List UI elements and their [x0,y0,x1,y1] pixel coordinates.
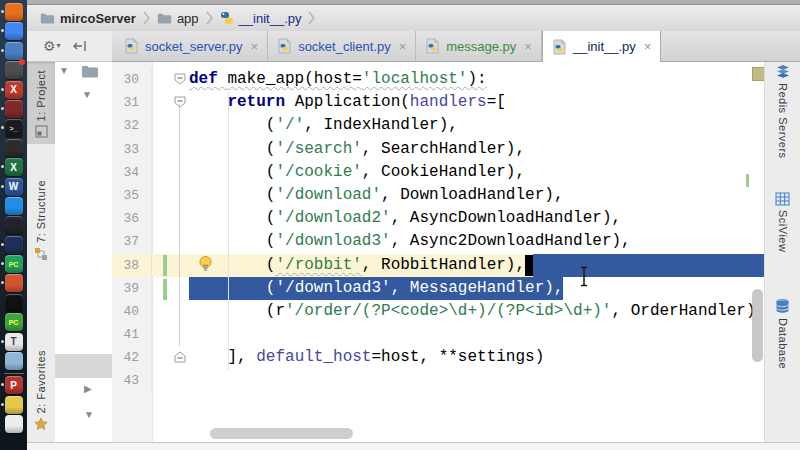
code-line-43[interactable]: 43 [112,369,765,392]
code-text[interactable]: ('/download', DownloadHandler), [189,184,765,207]
project-panel[interactable]: ▼ ▼ ▶ ▼ [55,62,113,443]
chevron-right-icon [308,11,315,25]
dock-icon-red-x-app[interactable]: X [5,81,23,99]
code-editor[interactable]: 30def make_app(host='localhost'):31 retu… [112,62,765,443]
dock-icon-terminal[interactable]: >_ [5,119,23,137]
breadcrumb-item[interactable]: __init__.py [217,11,305,26]
project-panel-scrollbar[interactable] [55,354,112,378]
fold-marker[interactable] [174,351,186,363]
dock-icon-dictionary[interactable] [5,42,23,60]
tab-__init__-py[interactable]: __init__.py× [542,31,661,62]
hide-panel-icon[interactable] [73,40,87,52]
code-line-41[interactable]: 41 [112,323,765,346]
stripe-button-database[interactable]: Database [765,298,800,369]
code-line-35[interactable]: 35 ('/download', DownloadHandler), [112,184,765,207]
stripe-button-project[interactable]: 1: Project [27,62,55,144]
tab-socket_client-py[interactable]: socket_client.py× [268,31,416,61]
dock-icon-eye-app[interactable] [5,216,23,234]
code-text[interactable]: def make_app(host='localhost'): [189,68,765,91]
dock-icon-blue-swirl-app[interactable] [5,236,23,254]
dock-icon-pycharm[interactable]: PC [5,255,23,273]
code-text[interactable]: (r'/order/(?P<code>\d+)/(?P<id>\d+)', Or… [189,300,765,323]
selected-text: ('/download3', MessageHandler), [189,277,563,300]
line-number: 39 [112,277,152,300]
code-line-30[interactable]: 30def make_app(host='localhost'): [112,68,765,91]
error-stripe-mark[interactable] [746,174,749,187]
tab-label: socket_server.py [145,39,243,54]
dock-icon-settings-badged[interactable] [5,61,23,79]
dock-icon-keynote[interactable] [5,197,23,215]
code-line-31[interactable]: 31 return Application(handlers=[ [112,91,765,114]
dock-icon-textedit[interactable]: T [5,333,23,351]
tree-expand-icon[interactable]: ▼ [59,66,69,76]
stripe-button-sciview[interactable]: SciView [765,192,800,252]
close-tab-icon[interactable]: × [399,39,407,54]
code-line-40[interactable]: 40 (r'/order/(?P<code>\d+)/(?P<id>\d+)',… [112,300,765,323]
tree-expand-icon[interactable]: ▼ [82,90,92,100]
dock-icon-qq[interactable] [5,294,23,312]
code-segment: , DownloadHandler), [381,184,563,207]
tree-expand-icon[interactable]: ▼ [84,410,94,420]
dock-icon-stamp-app[interactable] [5,139,23,157]
database-icon [775,298,790,314]
tab-socket_server-py[interactable]: socket_server.py× [115,31,268,61]
code-line-34[interactable]: 34 ('/cookie', CookieHandler), [112,161,765,184]
breadcrumb-chevron [143,11,150,25]
editor-tab-bar: socket_server.py×socket_client.py×messag… [112,31,800,62]
code-text[interactable]: return Application(handlers=[ [189,91,765,114]
dock-icon-pdf-app[interactable]: P [5,376,23,394]
gear-icon[interactable]: ⚙▾ [43,39,61,53]
code-line-42[interactable]: 42 ], default_host=host, **settings) [112,346,765,369]
tree-collapse-icon[interactable]: ▶ [84,384,92,394]
breadcrumb-item[interactable]: mircoServer [37,11,139,26]
dock-icon-firefox[interactable] [5,3,23,21]
code-text[interactable] [189,323,765,346]
code-line-32[interactable]: 32 ('/', IndexHandler), [112,114,765,137]
code-line-39[interactable]: 39 ('/download3', MessageHandler), [112,277,765,300]
fold-marker[interactable] [174,96,186,108]
code-text[interactable]: ('/download2', AsyncDownloadHandler), [189,207,765,230]
code-text[interactable]: ('/download3', Async2DownloadHandler), [189,230,765,253]
dock-icon-pycharm-edu[interactable]: PC [5,313,23,331]
fold-column [152,346,189,369]
code-segment: '/cookie' [275,161,361,184]
dock-icon-preview[interactable] [5,352,23,370]
fold-marker[interactable] [174,73,186,85]
running-indicator-dot [1,126,4,129]
dock-glyph: W [9,181,18,192]
code-line-33[interactable]: 33 ('/search', SearchHandler), [112,138,765,161]
code-text[interactable]: ('/cookie', CookieHandler), [189,161,765,184]
dock-icon-notes[interactable] [5,415,23,433]
running-indicator-dot [1,383,4,386]
tab-message-py[interactable]: message.py× [416,31,542,61]
code-text[interactable]: ('/download3', MessageHandler), [189,277,765,300]
code-text[interactable]: ('/robbit', RobbitHandler), [189,254,765,277]
dock-icon-dingtalk[interactable] [5,274,23,292]
fold-column [152,114,189,137]
lightbulb-icon[interactable] [198,255,213,274]
vertical-scrollbar[interactable] [752,289,763,362]
folder-icon [157,12,172,24]
horizontal-scrollbar[interactable] [210,428,353,439]
dock-icon-word[interactable]: W [5,178,23,196]
dock-icon-chrome[interactable] [5,22,23,40]
code-text[interactable]: ('/search', SearchHandler), [189,138,765,161]
stripe-button-structure[interactable]: 7: Structure [27,180,55,261]
fold-column [152,184,189,207]
stripe-button-favorites[interactable]: 2: Favorites [27,350,55,430]
stripe-button-redis-servers[interactable]: Redis Servers [765,64,800,159]
close-tab-icon[interactable]: × [524,39,532,54]
code-segment: 'localhost' [362,68,468,91]
close-tab-icon[interactable]: × [251,39,259,54]
line-number: 38 [112,254,152,277]
dock-icon-stickies[interactable] [5,396,23,414]
dock-icon-parallels[interactable] [5,100,23,118]
code-text[interactable]: ('/', IndexHandler), [189,114,765,137]
code-text[interactable]: ], default_host=host, **settings) [189,346,765,369]
code-text[interactable] [189,369,765,392]
dock-icon-excel[interactable]: X [5,158,23,176]
code-line-37[interactable]: 37 ('/download3', Async2DownloadHandler)… [112,230,765,253]
breadcrumb-item[interactable]: app [154,11,202,26]
close-tab-icon[interactable]: × [644,39,652,54]
code-line-36[interactable]: 36 ('/download2', AsyncDownloadHandler), [112,207,765,230]
